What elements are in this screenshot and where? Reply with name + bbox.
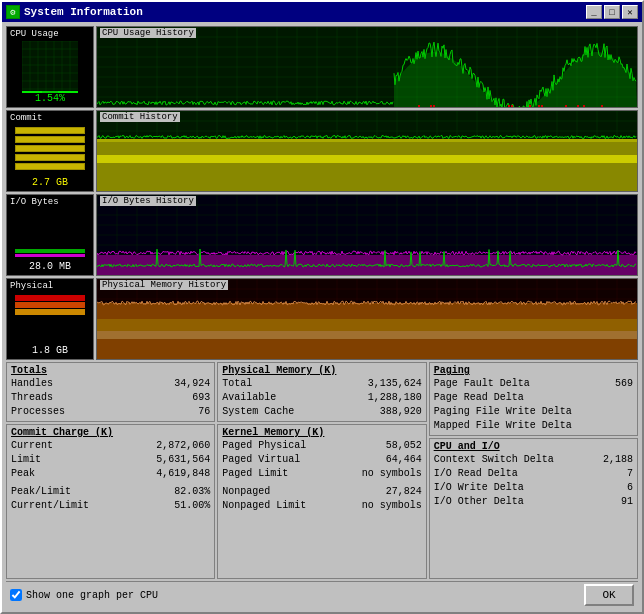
paging-fault-value: 569 [615,377,633,391]
km-nonpaged-value: 27,824 [386,485,422,499]
commit-history-panel: Commit History [96,110,638,192]
paging-fault-row: Page Fault Delta 569 [434,377,633,391]
io-write-label: I/O Write Delta [434,481,524,495]
physical-bar-orange [15,302,85,308]
commit-label-panel: Commit 2.7 GB [6,110,94,192]
io-other-row: I/O Other Delta 91 [434,495,633,509]
pm-total-label: Total [222,377,252,391]
title-bar: ⚙ System Information _ □ ✕ [2,2,642,22]
io-write-value: 6 [627,481,633,495]
stats-col-2: Physical Memory (K) Total 3,135,624 Avai… [217,362,426,579]
cpu-gauge-canvas [22,41,78,93]
stats-section: Totals Handles 34,924 Threads 693 Proces… [6,362,638,579]
cc-limit-label: Limit [11,453,41,467]
paging-mapped-write-label: Mapped File Write Delta [434,419,572,433]
totals-title: Totals [11,365,210,376]
io-bar-purple [15,254,85,257]
handles-value: 34,924 [174,377,210,391]
stats-col-3: Paging Page Fault Delta 569 Page Read De… [429,362,638,579]
show-graph-checkbox[interactable] [10,589,22,601]
km-nonpaged-limit-value: no symbols [362,499,422,513]
io-read-row: I/O Read Delta 7 [434,467,633,481]
pm-total-value: 3,135,624 [368,377,422,391]
kernel-memory-title: Kernel Memory (K) [222,427,421,438]
show-graph-text: Show one graph per CPU [26,590,158,601]
cc-current-limit-value: 51.00% [174,499,210,513]
paging-fault-label: Page Fault Delta [434,377,530,391]
cc-limit-value: 5,631,564 [156,453,210,467]
io-read-value: 7 [627,467,633,481]
physical-label: Physical [10,281,53,291]
pm-avail-value: 1,288,180 [368,391,422,405]
physical-memory-group: Physical Memory (K) Total 3,135,624 Avai… [217,362,426,422]
physical-value: 1.8 GB [7,345,93,356]
bottom-bar: Show one graph per CPU OK [6,581,638,608]
physical-label-panel: Physical 1.8 GB [6,278,94,360]
minimize-button[interactable]: _ [586,5,602,19]
commit-history-label: Commit History [100,112,180,122]
cpu-io-group: CPU and I/O Context Switch Delta 2,188 I… [429,438,638,579]
km-paged-virt-label: Paged Virtual [222,453,300,467]
commit-label: Commit [10,113,42,123]
cc-peak-row: Peak 4,619,848 [11,467,210,481]
cc-peak-label: Peak [11,467,35,481]
cc-current-label: Current [11,439,53,453]
cc-peak-limit-row: Peak/Limit 82.03% [11,485,210,499]
cpu-history-canvas [97,27,637,107]
io-history-label: I/O Bytes History [100,196,196,206]
processes-row: Processes 76 [11,405,210,419]
io-read-label: I/O Read Delta [434,467,518,481]
physical-history-panel: Physical Memory History [96,278,638,360]
paging-group: Paging Page Fault Delta 569 Page Read De… [429,362,638,436]
paging-read-row: Page Read Delta [434,391,633,405]
commit-bars [15,127,85,170]
physical-memory-title: Physical Memory (K) [222,365,421,376]
km-paged-phys-value: 58,052 [386,439,422,453]
commit-graph-row: Commit 2.7 GB Commit History [6,110,638,192]
pm-cache-row: System Cache 388,920 [222,405,421,419]
km-paged-phys-label: Paged Physical [222,439,306,453]
physical-bar-yellow [15,309,85,315]
commit-bar-1 [15,127,85,134]
paging-file-write-row: Paging File Write Delta [434,405,633,419]
pm-cache-label: System Cache [222,405,294,419]
io-history-panel: I/O Bytes History [96,194,638,276]
commit-history-canvas [97,111,637,191]
window-title: System Information [24,6,586,18]
io-write-row: I/O Write Delta 6 [434,481,633,495]
km-paged-limit-row: Paged Limit no symbols [222,467,421,481]
cpu-graph-row: CPU Usage 1.54% CPU Usage History [6,26,638,108]
io-label-panel: I/O Bytes 28.0 MB [6,194,94,276]
km-nonpaged-limit-label: Nonpaged Limit [222,499,306,513]
commit-charge-group: Commit Charge (K) Current 2,872,060 Limi… [6,424,215,579]
close-button[interactable]: ✕ [622,5,638,19]
km-nonpaged-label: Nonpaged [222,485,270,499]
pm-total-row: Total 3,135,624 [222,377,421,391]
commit-value: 2.7 GB [7,177,93,188]
processes-label: Processes [11,405,65,419]
cpu-label: CPU Usage [10,29,59,39]
km-paged-virt-value: 64,464 [386,453,422,467]
io-history-canvas [97,195,637,275]
cpu-value: 1.54% [7,93,93,104]
show-graph-label[interactable]: Show one graph per CPU [10,589,584,601]
cpu-gauge [22,41,78,93]
paging-title: Paging [434,365,633,376]
physical-graph-row: Physical 1.8 GB Physical Memory History [6,278,638,360]
cc-peak-limit-label: Peak/Limit [11,485,71,499]
io-other-value: 91 [621,495,633,509]
physical-history-label: Physical Memory History [100,280,228,290]
physical-bars [15,295,85,315]
maximize-button[interactable]: □ [604,5,620,19]
km-paged-phys-row: Paged Physical 58,052 [222,439,421,453]
ok-button[interactable]: OK [584,584,634,606]
pm-avail-label: Available [222,391,276,405]
physical-bar-red [15,295,85,301]
commit-bar-4 [15,154,85,161]
io-bar-green [15,249,85,253]
physical-history-canvas [97,279,637,359]
threads-value: 693 [192,391,210,405]
io-value: 28.0 MB [7,261,93,272]
paging-mapped-write-row: Mapped File Write Delta [434,419,633,433]
cpu-label-panel: CPU Usage 1.54% [6,26,94,108]
